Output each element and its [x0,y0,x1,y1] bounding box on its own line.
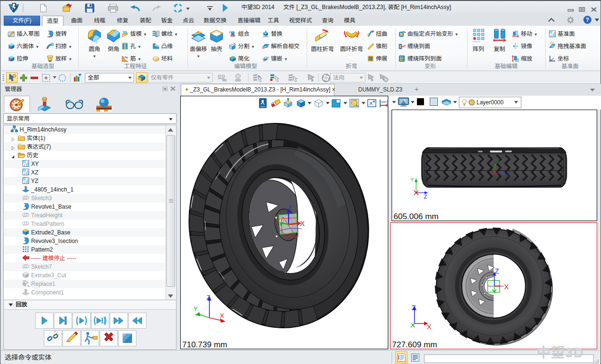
svg-text:Y: Y [194,305,198,313]
svg-text:Z: Z [495,267,499,275]
svg-text:Z: Z [507,170,511,178]
svg-text:Z: Z [412,304,416,312]
svg-text:X: X [220,312,224,319]
svg-text:X: X [427,323,432,331]
svg-text:Z: Z [424,194,427,200]
svg-text:Y: Y [410,177,414,182]
svg-text:X: X [300,219,305,227]
svg-text:?: ? [586,17,589,23]
svg-text:Z: Z [207,294,210,301]
svg-text:X: X [504,283,509,291]
svg-text:Z: Z [289,205,292,211]
